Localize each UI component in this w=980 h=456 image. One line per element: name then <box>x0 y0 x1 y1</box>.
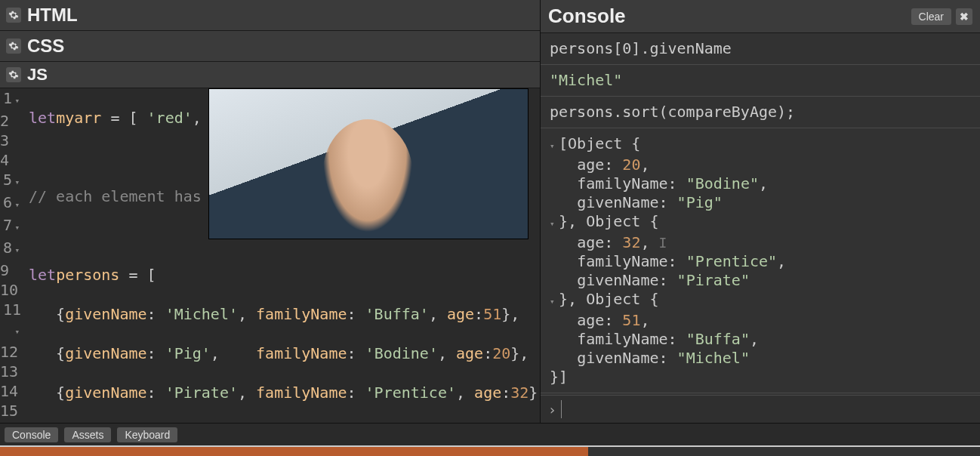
console-output[interactable]: persons[0].givenName "Michel" persons.so… <box>541 33 980 395</box>
tab-assets[interactable]: Assets <box>64 427 111 442</box>
gear-icon[interactable] <box>6 67 21 82</box>
console-header: Console Clear ✖ <box>541 0 980 33</box>
css-label: CSS <box>27 35 64 57</box>
css-panel-header[interactable]: CSS <box>0 31 540 62</box>
html-panel-header[interactable]: HTML <box>0 0 540 31</box>
js-panel-header[interactable]: JS <box>0 62 540 88</box>
js-label: JS <box>27 65 48 85</box>
line-gutter: 1 2 3 4 5 6 7 8 9 10 11 12 13 14 15 16 1… <box>0 88 26 423</box>
html-label: HTML <box>27 5 78 26</box>
console-result: "Michel" <box>541 65 980 97</box>
console-prompt[interactable]: › <box>541 395 980 423</box>
webcam-overlay <box>208 88 529 239</box>
close-icon[interactable]: ✖ <box>956 8 972 25</box>
text-cursor-icon: 𝙸 <box>659 235 667 251</box>
gear-icon[interactable] <box>6 39 21 54</box>
clear-button[interactable]: Clear <box>911 8 951 25</box>
tab-console[interactable]: Console <box>5 427 58 442</box>
console-result-array: [Object { age: 20, familyName: "Bodine",… <box>541 128 980 393</box>
bottom-toolbar: Console Assets Keyboard <box>0 423 980 445</box>
tab-keyboard[interactable]: Keyboard <box>117 427 177 442</box>
prompt-caret-icon: › <box>548 402 556 417</box>
console-command: persons.sort(compareByAge); <box>541 97 980 128</box>
js-editor[interactable]: 1 2 3 4 5 6 7 8 9 10 11 12 13 14 15 16 1… <box>0 88 540 423</box>
console-command: persons[0].givenName <box>541 33 980 65</box>
footer-strip <box>0 445 980 456</box>
console-title: Console <box>548 5 626 28</box>
gear-icon[interactable] <box>6 8 21 23</box>
console-input[interactable] <box>561 400 972 418</box>
